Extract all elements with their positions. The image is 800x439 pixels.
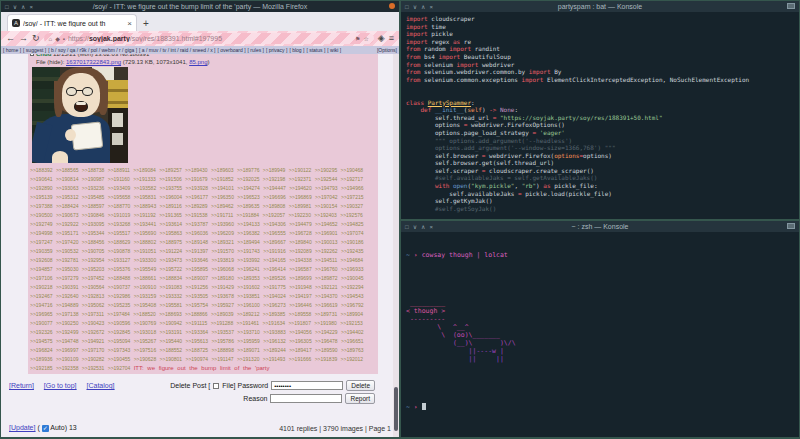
- tab-title: /soy/ - ITT: we figure out th: [23, 20, 124, 27]
- shell-command: cowsay though | lolcat: [422, 251, 508, 259]
- board-link[interactable]: [ overboard ]: [218, 47, 246, 53]
- auto-update-checkbox[interactable]: ✓: [42, 425, 49, 432]
- thread-status-bar: [Update] ( ✓ Auto) 13 4101 replies | 379…: [9, 424, 391, 432]
- board-link[interactable]: [ rules ]: [248, 47, 264, 53]
- page-scrollbar[interactable]: [393, 54, 399, 437]
- file-name-link[interactable]: 1637017322843.png: [66, 59, 121, 65]
- file-original-link[interactable]: 85.png: [189, 59, 207, 65]
- reload-icon[interactable]: ↻: [32, 34, 40, 43]
- go-to-top-link[interactable]: [Go to top]: [44, 382, 77, 389]
- thread-page: Chud 11/15/21 (Mon) 23:02:03 No.188391 F…: [1, 54, 399, 437]
- image-bg-doc: [112, 113, 123, 127]
- tracking-shield-icon[interactable]: ◆: [55, 36, 60, 42]
- board-link[interactable]: [ b / soy / qa / r9k / pol / webm / r / …: [48, 47, 137, 53]
- post-header: Chud 11/15/21 (Mon) 23:02:03 No.188391: [30, 54, 376, 57]
- board-link[interactable]: [ privacy ]: [266, 47, 287, 53]
- reason-label: Reason: [243, 395, 267, 402]
- konsole-window-shell: □ ∨ ∧ × ~ : zsh — Konsole ~ › cowsay tho…: [401, 221, 799, 437]
- delete-button[interactable]: Delete: [346, 380, 375, 391]
- scrollbar-thumb[interactable]: [394, 387, 398, 431]
- navigation-toolbar: ← → ↻ ⌂ ◆ ▪ https://soyjak.party/soy/res…: [1, 31, 399, 46]
- delete-post-label: Delete Post [: [170, 382, 210, 389]
- file-only-checkbox[interactable]: [213, 383, 219, 389]
- shell-output-area[interactable]: ~ › cowsay though | lolcat _________< th…: [401, 232, 799, 430]
- options-link[interactable]: [Options]: [377, 47, 397, 53]
- url-bar[interactable]: ⌂ ◆ ▪ https://soyjak.party/soy/res/18839…: [44, 33, 374, 44]
- board-link[interactable]: [ wiki ]: [327, 47, 341, 53]
- post-checkbox[interactable]: [30, 54, 34, 56]
- thread-stats: 4101 replies | 3790 images | Page 1: [279, 425, 391, 432]
- file-label: File (hide):: [36, 59, 66, 65]
- tab-close-icon[interactable]: ×: [127, 19, 132, 28]
- firefox-titlebar: □ ∨ ∧ × /soy/ - ITT: we figure out the b…: [1, 1, 399, 12]
- flag-icon[interactable]: ⚑: [355, 36, 360, 42]
- hamburger-menu-icon[interactable]: ≡: [389, 34, 394, 43]
- update-link[interactable]: [Update]: [9, 424, 35, 431]
- shell-prompt-line[interactable]: ~ ›: [406, 403, 794, 411]
- terminal-title: partyspam : bat — Konsole: [401, 3, 799, 10]
- prompt-symbol: ›: [414, 403, 418, 411]
- soyjak-image[interactable]: [32, 67, 128, 163]
- board-link[interactable]: [ a / muv / tv / int / raid / sneed / x …: [139, 47, 215, 53]
- file-password-label: File] Password: [222, 382, 268, 389]
- reader-mode-icon[interactable]: ⌂: [49, 36, 53, 42]
- op-post: Chud 11/15/21 (Mon) 23:02:03 No.188391 F…: [28, 54, 378, 374]
- file-meta: (729.13 KB, 1073x1041,: [121, 59, 189, 65]
- auto-label: Auto) 13: [50, 424, 76, 431]
- board-link[interactable]: [ status ]: [306, 47, 325, 53]
- prompt-directory: ~: [406, 251, 410, 259]
- board-link[interactable]: [ suggest ]: [23, 47, 46, 53]
- terminal-titlebar: □ ∨ ∧ × ~ : zsh — Konsole: [401, 221, 799, 232]
- terminal-cursor: [422, 403, 426, 410]
- soyjak-glasses-right: [82, 87, 93, 96]
- soyjak-glasses-left: [66, 87, 77, 96]
- auto-prefix: (: [37, 424, 39, 431]
- catalog-link[interactable]: [Catalog]: [87, 382, 115, 389]
- thread-footer: [Return] [Go to top] [Catalog] Delete Po…: [1, 374, 393, 437]
- report-button[interactable]: Report: [345, 393, 375, 404]
- reason-input[interactable]: [270, 394, 342, 403]
- soyjak-hand-lower: [52, 151, 68, 163]
- cowsay-ascii-art: _________< though > --------- \ ^__^ \ (…: [406, 299, 794, 363]
- url-scheme: https://: [68, 35, 89, 42]
- terminal-titlebar: □ ∨ ∧ × partyspam : bat — Konsole: [401, 1, 799, 12]
- firefox-window: □ ∨ ∧ × /soy/ - ITT: we figure out the b…: [1, 1, 399, 437]
- update-controls: [Update] ( ✓ Auto) 13: [9, 424, 77, 432]
- bookmark-star-icon[interactable]: ☆: [363, 36, 368, 42]
- screen-icon: [787, 3, 795, 9]
- back-icon[interactable]: ←: [6, 34, 15, 43]
- file-meta-close: ): [208, 59, 210, 65]
- terminal-title: ~ : zsh — Konsole: [401, 223, 799, 230]
- prompt-directory: ~: [406, 403, 410, 411]
- board-navigation-bar: [ home ][ suggest ][ b / soy / qa / r9k …: [1, 46, 399, 54]
- screen-icon: [787, 223, 795, 229]
- forward-icon[interactable]: →: [19, 34, 28, 43]
- thread-subject-text: ITT: we figure out the bump limit of the…: [134, 365, 270, 371]
- poster-name: Chud: [36, 54, 51, 57]
- window-title: /soy/ - ITT: we figure out the bump limi…: [1, 3, 399, 10]
- password-input[interactable]: [271, 381, 343, 390]
- url-text[interactable]: https://soyjak.party/soy/res/188391.html…: [68, 35, 352, 42]
- delete-post-row: Delete Post [ File] Password Delete: [170, 380, 375, 391]
- return-link[interactable]: [Return]: [9, 382, 34, 389]
- soyjak-glasses-bridge: [76, 90, 83, 91]
- reply-link-wall[interactable]: >>188392 >>188565 >>188738 >>188911 >>18…: [30, 166, 376, 373]
- new-tab-button[interactable]: +: [143, 18, 149, 31]
- url-host: soyjak.party: [89, 35, 130, 42]
- prompt-symbol: ›: [414, 251, 418, 259]
- image-bg-doc: [112, 133, 123, 145]
- reply-links[interactable]: >>188392 >>188565 >>188738 >>188911 >>18…: [30, 167, 364, 371]
- soyjak-hand: [65, 129, 76, 141]
- site-favicon-icon: A: [12, 19, 20, 27]
- board-links[interactable]: [ home ][ suggest ][ b / soy / qa / r9k …: [3, 47, 343, 53]
- browser-tab[interactable]: A /soy/ - ITT: we figure out th ×: [7, 14, 137, 31]
- board-link[interactable]: [ home ]: [3, 47, 21, 53]
- board-link[interactable]: [ blog ]: [289, 47, 304, 53]
- report-row: Reason Report: [243, 393, 375, 404]
- footer-links: [Return] [Go to top] [Catalog]: [9, 382, 123, 389]
- lock-icon: ▪: [63, 36, 65, 42]
- url-path: /soy/res/188391.html#197995: [130, 35, 222, 42]
- extension-shield-icon[interactable]: ◈: [378, 34, 385, 43]
- python-code-area[interactable]: import cloudscraperimport timeimport pic…: [401, 12, 799, 215]
- konsole-window-code: □ ∨ ∧ × partyspam : bat — Konsole import…: [401, 1, 799, 219]
